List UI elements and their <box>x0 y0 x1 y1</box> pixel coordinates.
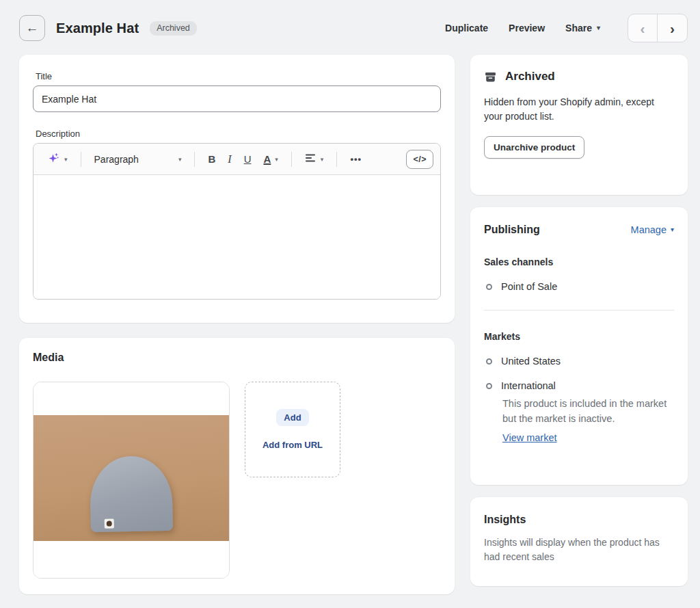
market-status-icon <box>486 358 492 365</box>
description-editor: ▾ Paragraph ▾ B I U <box>33 143 441 300</box>
archive-box-icon <box>484 70 497 83</box>
toolbar-divider <box>194 152 195 167</box>
media-heading: Media <box>33 352 441 364</box>
archived-heading: Archived <box>505 70 555 83</box>
list-item-united-states: United States <box>484 356 674 367</box>
archived-heading-row: Archived <box>484 70 674 83</box>
market-status-icon <box>486 383 492 389</box>
header-actions: Duplicate Preview Share ▾ <box>445 23 600 34</box>
paragraph-style-dropdown[interactable]: Paragraph ▾ <box>90 150 187 169</box>
unarchive-label: Unarchive product <box>494 142 575 153</box>
publishing-card: Publishing Manage ▾ Sales channels Point… <box>470 207 688 485</box>
underline-icon: U <box>244 153 252 165</box>
text-color-icon: A <box>263 153 271 165</box>
channel-status-icon <box>486 284 492 290</box>
text-color-dropdown[interactable]: A ▾ <box>258 149 282 169</box>
content-area: Title Description ▾ <box>0 55 700 604</box>
show-html-button[interactable]: </> <box>406 150 433 169</box>
photo-white-band <box>33 382 229 415</box>
market-label: International <box>501 380 556 391</box>
manage-publishing-button[interactable]: Manage ▾ <box>631 224 674 235</box>
code-icon: </> <box>413 155 427 164</box>
view-market-link[interactable]: View market <box>502 432 557 443</box>
preview-label: Preview <box>509 23 545 34</box>
chevron-down-icon: ▾ <box>178 156 182 163</box>
hat-photo <box>33 415 229 541</box>
description-label: Description <box>36 129 441 139</box>
paragraph-label: Paragraph <box>94 154 139 165</box>
description-textarea[interactable] <box>33 175 440 299</box>
share-button[interactable]: Share ▾ <box>565 23 600 34</box>
market-label: United States <box>501 356 561 367</box>
gray-beanie-hat <box>90 455 173 532</box>
insights-card: Insights Insights will display when the … <box>470 497 688 586</box>
bold-icon: B <box>208 153 215 165</box>
share-label: Share <box>565 23 592 34</box>
channel-label: Point of Sale <box>501 281 557 292</box>
page-title: Example Hat <box>56 21 139 36</box>
bold-button[interactable]: B <box>203 149 220 169</box>
toolbar-divider <box>291 152 292 167</box>
main-column: Title Description ▾ <box>19 55 455 594</box>
alignment-dropdown[interactable]: ▾ <box>300 149 329 169</box>
italic-icon: I <box>228 153 231 166</box>
chevron-down-icon: ▾ <box>275 156 278 163</box>
archived-description: Hidden from your Shopify admin, except y… <box>484 95 674 124</box>
product-details-card: Title Description ▾ <box>19 55 455 323</box>
section-divider <box>484 310 674 310</box>
next-product-button[interactable]: › <box>658 14 687 42</box>
chevron-right-icon: › <box>670 21 675 36</box>
chevron-down-icon: ▾ <box>671 226 674 233</box>
manage-label: Manage <box>631 224 667 235</box>
chevron-down-icon: ▾ <box>64 156 68 163</box>
insights-heading: Insights <box>484 514 674 526</box>
more-dots-icon: ••• <box>350 154 362 164</box>
align-left-icon <box>305 153 317 165</box>
archived-status-card: Archived Hidden from your Shopify admin,… <box>470 55 688 195</box>
international-market-note: This product is included in the market b… <box>502 396 674 426</box>
chevron-left-icon: ‹ <box>641 21 645 36</box>
editor-toolbar: ▾ Paragraph ▾ B I U <box>33 144 440 175</box>
add-from-url-label: Add from URL <box>262 440 323 450</box>
media-upload-dropzone[interactable]: Add Add from URL <box>245 382 340 477</box>
title-input[interactable] <box>33 85 441 112</box>
page-header: ← Example Hat Archived Duplicate Preview… <box>0 0 700 55</box>
italic-button[interactable]: I <box>223 149 236 170</box>
hat-tag-logo <box>107 521 112 527</box>
add-media-button[interactable]: Add <box>276 409 308 426</box>
insights-description: Insights will display when the product h… <box>484 536 674 564</box>
magic-sparkle-icon <box>48 152 60 166</box>
more-options-button[interactable]: ••• <box>345 150 366 168</box>
sales-channels-heading: Sales channels <box>484 256 674 267</box>
list-item-international: International <box>484 380 674 391</box>
hat-brand-tag <box>105 518 114 528</box>
chevron-down-icon: ▾ <box>597 25 600 31</box>
chevron-down-icon: ▾ <box>321 156 324 163</box>
back-arrow-icon: ← <box>26 21 39 36</box>
duplicate-label: Duplicate <box>445 23 488 34</box>
media-row: Add Add from URL <box>33 382 441 579</box>
sidebar-column: Archived Hidden from your Shopify admin,… <box>470 55 688 586</box>
list-item-point-of-sale: Point of Sale <box>484 281 674 292</box>
status-badge: Archived <box>150 21 197 36</box>
add-media-label: Add <box>284 412 301 423</box>
preview-button[interactable]: Preview <box>509 23 545 34</box>
previous-product-button[interactable]: ‹ <box>628 14 658 42</box>
toolbar-divider <box>336 152 337 167</box>
product-pagination: ‹ › <box>628 14 688 42</box>
product-image-thumbnail[interactable] <box>33 382 230 579</box>
toolbar-divider <box>81 152 81 167</box>
magic-ai-button[interactable]: ▾ <box>43 148 72 170</box>
markets-heading: Markets <box>484 331 674 342</box>
photo-white-band <box>33 541 229 578</box>
publishing-heading: Publishing <box>484 224 540 236</box>
publishing-heading-row: Publishing Manage ▾ <box>484 224 674 236</box>
unarchive-product-button[interactable]: Unarchive product <box>484 136 584 159</box>
media-card: Media Add <box>19 338 455 594</box>
add-from-url-button[interactable]: Add from URL <box>262 440 323 450</box>
back-button[interactable]: ← <box>19 15 45 41</box>
title-label: Title <box>36 71 441 81</box>
duplicate-button[interactable]: Duplicate <box>445 23 488 34</box>
view-market-label: View market <box>502 432 557 443</box>
underline-button[interactable]: U <box>239 149 256 169</box>
